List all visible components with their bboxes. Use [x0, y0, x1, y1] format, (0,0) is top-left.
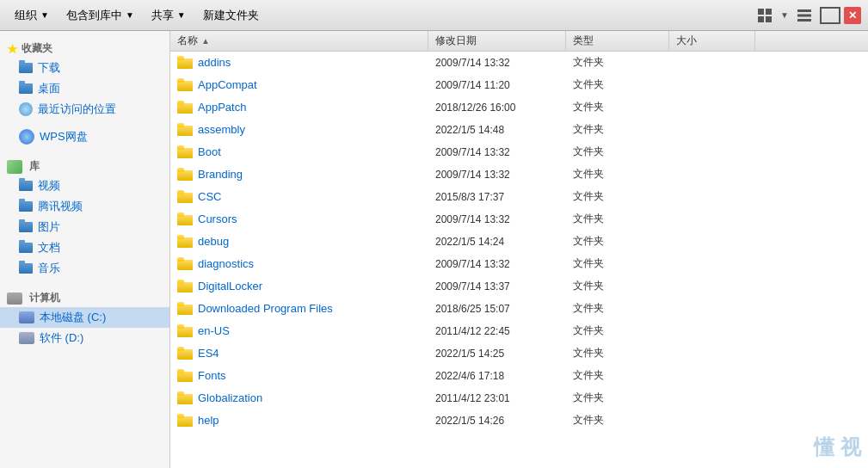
file-type-cell: 文件夹 — [566, 100, 669, 114]
library-icon — [7, 160, 22, 174]
main-layout: ★ 收藏夹 下载 桌面 最近访问的位置 WPS网盘 库 视频 — [0, 31, 868, 468]
folder-icon — [177, 391, 193, 404]
file-date-cell: 2009/7/14 13:37 — [428, 280, 566, 292]
table-row[interactable]: Boot 2009/7/14 13:32 文件夹 — [170, 141, 868, 163]
sidebar-item-local-disk[interactable]: 本地磁盘 (C:) — [0, 307, 169, 328]
svg-rect-6 — [797, 19, 811, 22]
new-folder-label: 新建文件夹 — [203, 8, 259, 23]
music-icon — [19, 263, 33, 274]
file-type-cell: 文件夹 — [566, 212, 669, 226]
sidebar-computer-group[interactable]: 计算机 — [0, 286, 169, 307]
folder-icon — [177, 347, 193, 360]
col-header-name[interactable]: 名称 ▲ — [170, 31, 428, 51]
sidebar-item-desktop[interactable]: 桌面 — [0, 78, 169, 99]
file-name: CSC — [198, 190, 221, 203]
sidebar-item-video[interactable]: 视频 — [0, 176, 169, 196]
sidebar-item-soft-disk[interactable]: 软件 (D:) — [0, 328, 169, 348]
file-date-cell: 2022/4/6 17:18 — [428, 370, 566, 382]
table-row[interactable]: help 2022/1/5 14:26 文件夹 — [170, 410, 868, 432]
organize-label: 组织 — [15, 8, 37, 23]
table-row[interactable]: CSC 2015/8/3 17:37 文件夹 — [170, 186, 868, 208]
table-row[interactable]: debug 2022/1/5 14:24 文件夹 — [170, 231, 868, 253]
window-button[interactable] — [820, 7, 840, 24]
view-toggle-button[interactable] — [792, 5, 816, 26]
share-label: 共享 — [151, 8, 174, 23]
file-date-cell: 2022/1/5 14:48 — [428, 124, 566, 136]
file-name-cell: Cursors — [170, 212, 428, 225]
table-row[interactable]: assembly 2022/1/5 14:48 文件夹 — [170, 119, 868, 141]
folder-icon — [177, 302, 193, 315]
sidebar-favorites-group[interactable]: ★ 收藏夹 — [0, 36, 169, 58]
file-type-cell: 文件夹 — [566, 279, 669, 293]
folder-icon — [177, 414, 193, 427]
sidebar-library-group[interactable]: 库 — [0, 154, 169, 176]
computer-label: 计算机 — [29, 291, 60, 305]
local-disk-icon — [19, 311, 34, 323]
include-button[interactable]: 包含到库中 ▼ — [58, 4, 142, 27]
sidebar-item-image[interactable]: 图片 — [0, 217, 169, 237]
table-row[interactable]: Downloaded Program Files 2018/6/25 15:07… — [170, 298, 868, 320]
file-date-cell: 2022/1/5 14:25 — [428, 348, 566, 360]
new-folder-button[interactable]: 新建文件夹 — [195, 4, 267, 27]
file-name-cell: addins — [170, 56, 428, 69]
col-header-size[interactable]: 大小 — [669, 31, 755, 51]
sidebar-item-tencent-video[interactable]: 腾讯视频 — [0, 196, 169, 217]
download-icon — [19, 63, 33, 73]
table-row[interactable]: DigitalLocker 2009/7/14 13:37 文件夹 — [170, 275, 868, 298]
file-type-cell: 文件夹 — [566, 145, 669, 159]
table-row[interactable]: Globalization 2011/4/12 23:01 文件夹 — [170, 387, 868, 410]
sidebar-item-wps[interactable]: WPS网盘 — [0, 126, 169, 147]
svg-rect-1 — [766, 9, 772, 15]
svg-rect-3 — [766, 16, 772, 22]
organize-arrow-icon: ▼ — [40, 10, 49, 20]
table-row[interactable]: addins 2009/7/14 13:32 文件夹 — [170, 52, 868, 74]
table-row[interactable]: diagnostics 2009/7/14 13:32 文件夹 — [170, 253, 868, 275]
folder-icon — [177, 369, 193, 382]
file-date-cell: 2022/1/5 14:26 — [428, 415, 566, 427]
folder-icon — [177, 123, 193, 136]
share-button[interactable]: 共享 ▼ — [144, 4, 194, 27]
sidebar-item-music[interactable]: 音乐 — [0, 258, 169, 279]
col-header-date[interactable]: 修改日期 — [428, 31, 566, 51]
table-row[interactable]: AppPatch 2018/12/26 16:00 文件夹 — [170, 96, 868, 119]
organize-button[interactable]: 组织 ▼ — [7, 4, 57, 27]
file-name: Branding — [198, 168, 243, 181]
video-icon — [19, 181, 33, 191]
recent-label: 最近访问的位置 — [38, 102, 116, 117]
file-date-cell: 2009/7/14 13:32 — [428, 146, 566, 158]
table-row[interactable]: Fonts 2022/4/6 17:18 文件夹 — [170, 365, 868, 387]
svg-rect-5 — [797, 14, 811, 16]
file-name-cell: Boot — [170, 145, 428, 158]
recent-icon — [19, 102, 33, 116]
image-icon — [19, 222, 33, 232]
file-date-cell: 2009/7/14 13:32 — [428, 213, 566, 225]
view-grid-button[interactable] — [753, 5, 777, 26]
file-name: en-US — [198, 324, 230, 337]
file-type-cell: 文件夹 — [566, 189, 669, 204]
file-name: debug — [198, 235, 229, 248]
col-header-type[interactable]: 类型 — [566, 31, 669, 51]
folder-icon — [177, 168, 193, 181]
file-date-cell: 2018/12/26 16:00 — [428, 102, 566, 114]
file-name: help — [198, 414, 219, 427]
sidebar-item-doc[interactable]: 文档 — [0, 237, 169, 258]
folder-icon — [177, 257, 193, 270]
svg-rect-2 — [758, 16, 764, 22]
file-type-cell: 文件夹 — [566, 234, 669, 249]
soft-disk-label: 软件 (D:) — [40, 330, 83, 346]
table-row[interactable]: Branding 2009/7/14 13:32 文件夹 — [170, 163, 868, 186]
file-type-cell: 文件夹 — [566, 323, 669, 338]
close-button[interactable]: ✕ — [844, 7, 861, 24]
soft-disk-icon — [19, 332, 34, 344]
sidebar-item-download[interactable]: 下载 — [0, 58, 169, 78]
file-name-cell: debug — [170, 235, 428, 248]
file-name: DigitalLocker — [198, 280, 262, 292]
folder-icon — [177, 280, 193, 292]
table-row[interactable]: en-US 2011/4/12 22:45 文件夹 — [170, 320, 868, 342]
file-name-cell: Fonts — [170, 369, 428, 382]
table-row[interactable]: AppCompat 2009/7/14 11:20 文件夹 — [170, 74, 868, 96]
sidebar-item-recent[interactable]: 最近访问的位置 — [0, 99, 169, 120]
table-row[interactable]: ES4 2022/1/5 14:25 文件夹 — [170, 342, 868, 365]
table-row[interactable]: Cursors 2009/7/14 13:32 文件夹 — [170, 208, 868, 231]
share-arrow-icon: ▼ — [177, 10, 186, 20]
